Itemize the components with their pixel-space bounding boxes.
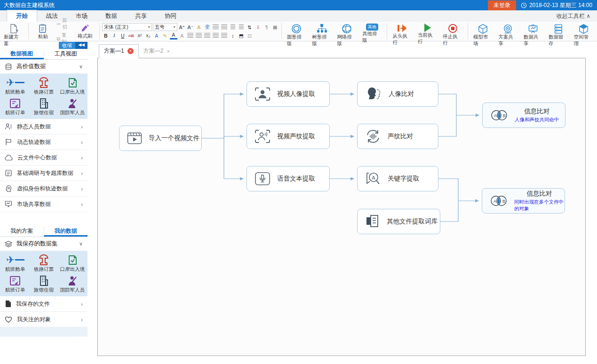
section-high-value-data[interactable]: 高价值数据 ∨: [0, 60, 88, 74]
category-research-library[interactable]: 基础调研与专题库数据 ›: [0, 166, 88, 181]
run-current-button[interactable]: 当前执行: [415, 22, 440, 40]
run-from-start-button[interactable]: 从头执行: [390, 22, 414, 40]
login-status-badge[interactable]: 未登录: [488, 0, 516, 10]
increase-indent-button[interactable]: [238, 24, 245, 31]
canvas-tab-plan2[interactable]: 方案—2 ×: [139, 45, 175, 58]
dataset-military-personnel[interactable]: 国防军人员: [58, 274, 87, 293]
category-cloud-file[interactable]: 云文件中心数据 ›: [0, 150, 88, 166]
dataset-border-entry[interactable]: 口岸出入境: [58, 76, 87, 95]
close-tab-icon[interactable]: ×: [127, 48, 134, 54]
node-face-compare[interactable]: 人像比对: [357, 81, 438, 107]
table-button[interactable]: ⊞: [271, 24, 279, 31]
shrink-font-button[interactable]: A⁻: [187, 24, 194, 31]
shading-button[interactable]: ⬒: [238, 32, 245, 40]
tree-layout-button[interactable]: 树形排版: [309, 22, 334, 40]
saved-dataset-grid: ✈ 航班舱单 铁路订票 口岸出入境 航班订单: [0, 251, 88, 296]
dataset-border-entry[interactable]: 口岸出入境: [58, 253, 87, 273]
plan-share-button[interactable]: 方案共享: [495, 22, 520, 40]
category-static-person[interactable]: 静态人员数据 ›: [0, 119, 88, 135]
data-retention-button[interactable]: 数据留存: [546, 22, 571, 40]
node-video-voiceprint-extract[interactable]: 视频声纹提取: [247, 124, 330, 149]
bullet-list-button[interactable]: [212, 24, 220, 31]
tab-my-data[interactable]: 我的数据: [44, 226, 88, 237]
flow-canvas[interactable]: 导入一个视频文件 视频人像提取 视频声纹提取 语音文本提取: [97, 58, 586, 356]
superscript-button[interactable]: X²: [136, 32, 143, 40]
dataset-flight-manifest[interactable]: ✈ 航班舱单: [1, 253, 30, 273]
change-case-button[interactable]: 变: [204, 24, 211, 31]
menu-tab-start[interactable]: 开始: [7, 10, 37, 22]
numbered-list-button[interactable]: [221, 24, 228, 31]
highlight-pen-button[interactable]: ✎: [161, 32, 169, 40]
dataset-rail-ticket[interactable]: 铁路订票: [30, 76, 58, 95]
row-saved-files[interactable]: 我保存的文件 ›: [0, 296, 88, 312]
font-color-button[interactable]: A: [170, 32, 177, 40]
node-video-face-extract[interactable]: 视频人像提取: [247, 81, 330, 107]
character-border-button[interactable]: A: [178, 32, 186, 40]
other-layout-button[interactable]: 其他 其他排版: [359, 22, 384, 40]
node-voiceprint-compare[interactable]: 声纹比对: [357, 124, 438, 149]
bold-button[interactable]: B: [102, 32, 110, 40]
italic-button[interactable]: I: [111, 32, 118, 40]
tab-my-plans[interactable]: 我的方案: [0, 226, 44, 237]
wordart-button[interactable]: A: [153, 32, 160, 40]
decrease-indent-button[interactable]: [229, 24, 237, 31]
canvas-tab-plan1[interactable]: 方案—1 ×: [99, 44, 139, 58]
network-layout-button[interactable]: 网络排版: [334, 22, 359, 40]
close-tab-icon[interactable]: ×: [167, 48, 169, 54]
subscript-button[interactable]: X₂: [144, 32, 152, 40]
cloud-icon: [5, 154, 13, 161]
menu-tab-share[interactable]: 共享: [126, 10, 156, 22]
paste-button[interactable]: 粘贴: [31, 22, 55, 40]
justify-button[interactable]: [212, 32, 220, 40]
sidebar: 收缩 ◀◀ 数据视图 工具视图 高价值数据 ∨ ✈ 航班舱单 铁路订票: [0, 42, 88, 337]
node-speech-text-extract[interactable]: 语音文本提取: [247, 166, 330, 191]
align-right-button[interactable]: [204, 32, 211, 40]
sort-button[interactable]: ⇩: [255, 24, 262, 31]
category-dynamic-track[interactable]: 动态轨迹数据 ›: [0, 135, 88, 150]
node-other-files-lexicon[interactable]: 其他文件提取词库: [357, 209, 440, 234]
format-painter-button[interactable]: 格式刷: [73, 22, 97, 40]
align-left-button[interactable]: [187, 32, 194, 40]
show-marks-button[interactable]: ¶: [263, 24, 271, 31]
dataset-rail-ticket[interactable]: 铁路订票: [30, 253, 58, 273]
sidebar-collapse-button[interactable]: 收缩 ◀◀: [0, 42, 88, 49]
dataset-military-personnel[interactable]: 国防军人员: [58, 96, 87, 116]
row-followed-objects[interactable]: 我关注的对象 ›: [0, 312, 88, 327]
section-saved-datasets[interactable]: 我保存的数据集 ∨: [0, 237, 88, 251]
node-import-video[interactable]: 导入一个视频文件: [119, 126, 202, 151]
collapse-toolbar-button[interactable]: 收起工具栏 ∧: [550, 10, 597, 22]
strikethrough-button[interactable]: AB: [127, 32, 135, 40]
font-size-select[interactable]: 五号 ▾: [153, 23, 177, 31]
grow-font-button[interactable]: A⁺: [178, 24, 186, 31]
category-virtual-identity[interactable]: 虚拟身份和轨迹数据 ›: [0, 181, 88, 197]
node-info-compare-2[interactable]: A B 信息比对 同时出现在多个文件中的对象: [482, 188, 565, 214]
tab-data-view[interactable]: 数据视图: [0, 49, 44, 59]
category-market-shared[interactable]: 市场共享数据 ›: [0, 197, 88, 212]
stop-button[interactable]: 停止执行: [440, 22, 465, 40]
dataset-flight-order[interactable]: 航班订单: [1, 274, 30, 293]
dataset-hotel-stay[interactable]: 旅馆住宿: [30, 96, 58, 116]
cut-button[interactable]: ✂ 剪切: [56, 17, 71, 31]
dataset-hotel-stay[interactable]: 旅馆住宿: [30, 274, 58, 293]
text-direction-button[interactable]: ⇅: [246, 24, 254, 31]
dataset-flight-order[interactable]: 航班订单: [1, 96, 30, 116]
line-spacing-button[interactable]: ↕: [229, 32, 237, 40]
new-plan-button[interactable]: 新建方案: [1, 22, 26, 40]
distribute-button[interactable]: [221, 32, 228, 40]
menu-tab-collab[interactable]: 协同: [156, 10, 185, 22]
space-manage-button[interactable]: 空间管理: [571, 22, 596, 40]
font-family-select[interactable]: 宋体 (正文) ▾: [102, 23, 152, 31]
node-keyword-extract[interactable]: A 关键字提取: [357, 166, 438, 191]
align-center-button[interactable]: [195, 32, 203, 40]
node-info-compare-1[interactable]: A B 信息比对 人像和声纹共同命中: [482, 103, 565, 128]
svg-text:A: A: [494, 199, 496, 204]
menu-tab-data[interactable]: 数据: [96, 10, 126, 22]
tab-tool-view[interactable]: 工具视图: [44, 49, 88, 59]
model-market-button[interactable]: 模型市场: [470, 22, 495, 40]
data-share-button[interactable]: 数据共享: [521, 22, 546, 40]
highlight-text-button[interactable]: A: [195, 24, 203, 31]
borders-button[interactable]: ⊡: [246, 32, 254, 40]
underline-button[interactable]: U: [119, 32, 127, 40]
circle-layout-button[interactable]: 圆形排版: [284, 22, 309, 40]
dataset-flight-manifest[interactable]: ✈ 航班舱单: [1, 76, 30, 95]
